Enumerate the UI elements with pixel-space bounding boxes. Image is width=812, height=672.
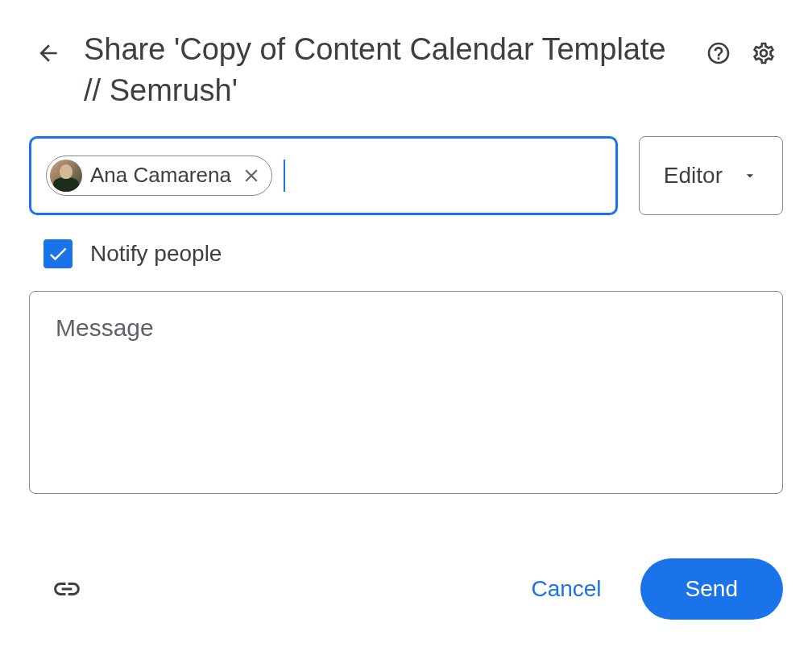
role-dropdown[interactable]: Editor	[639, 136, 783, 215]
help-button[interactable]	[699, 34, 738, 73]
check-icon	[47, 243, 69, 265]
close-icon	[241, 165, 262, 186]
header-actions	[699, 34, 783, 73]
gear-icon	[751, 40, 777, 66]
people-input[interactable]: Ana Camarena	[29, 136, 618, 215]
footer-actions: Cancel Send	[531, 558, 783, 620]
chip-name: Ana Camarena	[90, 163, 231, 188]
share-row: Ana Camarena Editor	[29, 136, 783, 215]
message-box[interactable]	[29, 291, 783, 494]
send-button[interactable]: Send	[640, 558, 783, 620]
avatar	[50, 160, 82, 192]
dialog-title: Share 'Copy of Content Calendar Template…	[84, 29, 683, 112]
caret-down-icon	[742, 168, 758, 184]
cancel-button[interactable]: Cancel	[531, 576, 601, 602]
text-cursor	[284, 160, 285, 192]
message-textarea[interactable]	[56, 314, 756, 369]
notify-row: Notify people	[29, 239, 783, 268]
notify-checkbox[interactable]	[44, 239, 72, 268]
link-icon	[52, 574, 82, 604]
person-chip[interactable]: Ana Camarena	[46, 156, 272, 196]
notify-label: Notify people	[90, 241, 222, 267]
dialog-header: Share 'Copy of Content Calendar Template…	[29, 29, 783, 112]
chip-remove-button[interactable]	[239, 164, 263, 188]
footer-row: Cancel Send	[29, 558, 783, 620]
help-icon	[706, 40, 731, 66]
arrow-left-icon	[35, 40, 61, 66]
back-button[interactable]	[29, 34, 68, 73]
settings-button[interactable]	[744, 34, 783, 73]
copy-link-button[interactable]	[52, 574, 82, 604]
role-label: Editor	[664, 163, 723, 189]
